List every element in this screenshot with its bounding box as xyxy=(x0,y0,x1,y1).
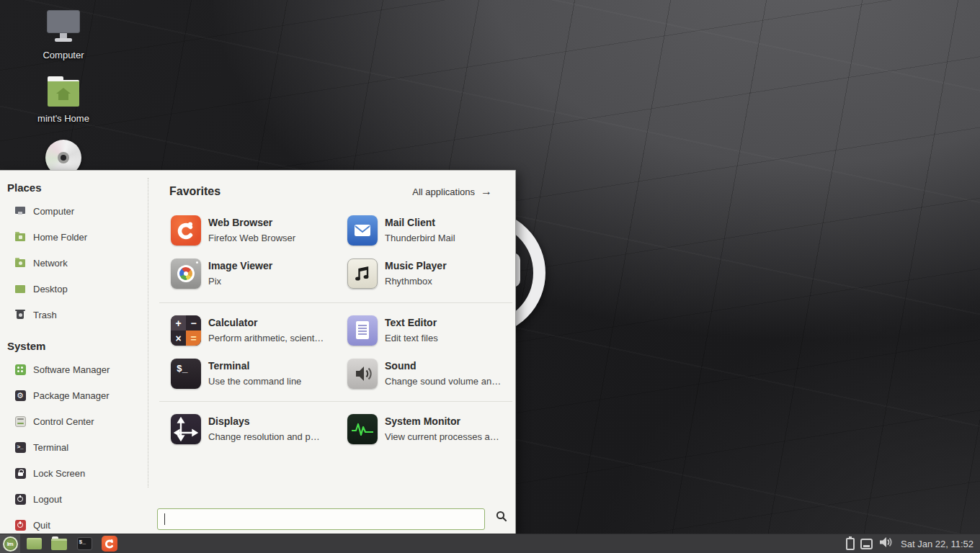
show-desktop-button[interactable] xyxy=(24,534,43,553)
arrow-right-icon: → xyxy=(481,185,492,198)
home-folder-icon xyxy=(45,76,81,108)
menu-sidebar: Places Computer Home Folder Network Desk… xyxy=(0,171,148,534)
desktop-icon-home[interactable]: mint's Home xyxy=(29,76,98,124)
logout-icon xyxy=(14,493,26,505)
mint-menu: Places Computer Home Folder Network Desk… xyxy=(0,170,516,534)
app-subtitle: Change sound volume an… xyxy=(385,376,501,387)
app-sound[interactable]: Sound Change sound volume an… xyxy=(347,352,512,395)
app-subtitle: Rhythmbox xyxy=(385,276,447,287)
bottom-panel: lm $_ xyxy=(0,534,980,553)
rhythmbox-icon xyxy=(347,258,378,289)
system-header: System xyxy=(0,336,148,356)
package-manager-gear-icon: ⚙ xyxy=(14,390,26,401)
app-title: Displays xyxy=(208,415,320,428)
software-manager-icon xyxy=(14,364,26,375)
app-subtitle: Pix xyxy=(208,276,272,287)
home-folder-icon xyxy=(14,231,26,243)
sidebar-item-computer[interactable]: Computer xyxy=(0,198,148,224)
app-title: Music Player xyxy=(385,260,447,272)
sidebar-item-label: Logout xyxy=(33,494,62,505)
app-terminal[interactable]: $_ Terminal Use the command line xyxy=(171,352,347,395)
app-mail-client[interactable]: Mail Client Thunderbird Mail xyxy=(347,209,512,252)
text-editor-icon xyxy=(347,315,378,346)
app-subtitle: Use the command line xyxy=(208,376,301,387)
app-title: Web Browser xyxy=(208,217,295,229)
firefox-icon xyxy=(171,215,201,246)
search-icon[interactable] xyxy=(496,511,507,525)
app-title: Mail Client xyxy=(385,217,455,229)
app-image-viewer[interactable]: Image Viewer Pix xyxy=(171,252,347,295)
menu-main-area: Favorites All applications → Web Browser… xyxy=(148,171,515,534)
app-subtitle: Perform arithmetic, scient… xyxy=(208,333,324,344)
app-title: Image Viewer xyxy=(208,260,272,272)
lock-icon xyxy=(14,467,26,479)
app-title: Text Editor xyxy=(385,317,438,329)
terminal-icon: >_ xyxy=(14,441,26,453)
sidebar-item-lock-screen[interactable]: Lock Screen xyxy=(0,460,148,486)
app-subtitle: Change resolution and p… xyxy=(208,431,320,443)
files-launcher[interactable] xyxy=(50,534,68,553)
system-monitor-icon xyxy=(347,414,378,444)
desktop-icon-label: mint's Home xyxy=(37,113,89,124)
sidebar-item-label: Software Manager xyxy=(33,364,110,375)
pix-icon xyxy=(171,258,201,289)
power-icon xyxy=(14,519,26,531)
terminal-icon: $_ xyxy=(77,537,92,550)
sidebar-item-software-manager[interactable]: Software Manager xyxy=(0,356,148,382)
sidebar-item-logout[interactable]: Logout xyxy=(0,486,148,512)
desktop-icon-label: Computer xyxy=(43,50,84,60)
sidebar-item-label: Home Folder xyxy=(33,232,87,243)
desktop-icon-computer[interactable]: Computer xyxy=(29,10,98,60)
sidebar-item-package-manager[interactable]: ⚙ Package Manager xyxy=(0,382,148,408)
favorites-header: Favorites xyxy=(169,185,220,198)
trash-icon xyxy=(14,309,26,320)
desktop-folder-icon xyxy=(14,283,26,295)
app-text-editor[interactable]: Text Editor Edit text files xyxy=(347,309,512,352)
app-subtitle: Thunderbird Mail xyxy=(385,233,455,244)
sidebar-item-trash[interactable]: Trash xyxy=(0,302,148,328)
all-applications-label: All applications xyxy=(412,186,475,197)
app-displays[interactable]: Displays Change resolution and p… xyxy=(171,408,347,451)
menu-button[interactable]: lm xyxy=(0,534,20,553)
app-web-browser[interactable]: Web Browser Firefox Web Browser xyxy=(171,209,347,252)
firefox-icon xyxy=(102,536,117,552)
app-title: Calculator xyxy=(208,317,324,329)
sidebar-item-network[interactable]: Network xyxy=(0,250,148,276)
app-system-monitor[interactable]: System Monitor View current processes a… xyxy=(347,408,512,451)
desktop-icons: Computer mint's Home xyxy=(29,10,98,192)
sidebar-item-desktop[interactable]: Desktop xyxy=(0,276,148,302)
thunderbird-icon xyxy=(347,215,378,246)
app-subtitle: Firefox Web Browser xyxy=(208,233,295,244)
sidebar-item-label: Lock Screen xyxy=(33,468,85,479)
firefox-launcher[interactable] xyxy=(100,534,119,553)
sidebar-item-label: Computer xyxy=(33,206,74,217)
terminal-icon: $_ xyxy=(171,359,201,389)
sidebar-item-label: Control Center xyxy=(33,416,94,427)
network-icon[interactable] xyxy=(860,539,873,549)
show-desktop-icon xyxy=(27,538,42,549)
computer-icon xyxy=(14,205,26,217)
panel-clock[interactable]: Sat Jan 22, 11:52 xyxy=(901,539,974,549)
app-calculator[interactable]: + − × = Calculator Perform arithmetic, s… xyxy=(171,309,347,352)
text-cursor xyxy=(164,513,165,525)
sidebar-item-home-folder[interactable]: Home Folder xyxy=(0,224,148,250)
displays-axes-icon xyxy=(171,414,201,444)
calculator-icon: + − × = xyxy=(171,315,201,346)
sidebar-item-terminal[interactable]: >_ Terminal xyxy=(0,434,148,460)
speaker-icon xyxy=(347,359,378,389)
battery-icon[interactable] xyxy=(846,538,855,550)
all-applications-link[interactable]: All applications → xyxy=(412,185,492,198)
sidebar-item-label: Desktop xyxy=(33,284,68,295)
sidebar-item-control-center[interactable]: Control Center xyxy=(0,408,148,434)
sidebar-item-label: Network xyxy=(33,258,68,269)
control-center-icon xyxy=(14,415,26,427)
volume-icon[interactable] xyxy=(878,536,893,552)
app-title: Terminal xyxy=(208,360,301,372)
search-input[interactable] xyxy=(157,508,485,530)
terminal-launcher[interactable]: $_ xyxy=(75,534,94,553)
app-title: System Monitor xyxy=(385,415,499,428)
sidebar-item-label: Trash xyxy=(33,310,57,320)
app-music-player[interactable]: Music Player Rhythmbox xyxy=(347,252,512,295)
mint-logo-icon: lm xyxy=(3,536,18,552)
computer-monitor-icon xyxy=(45,10,81,45)
